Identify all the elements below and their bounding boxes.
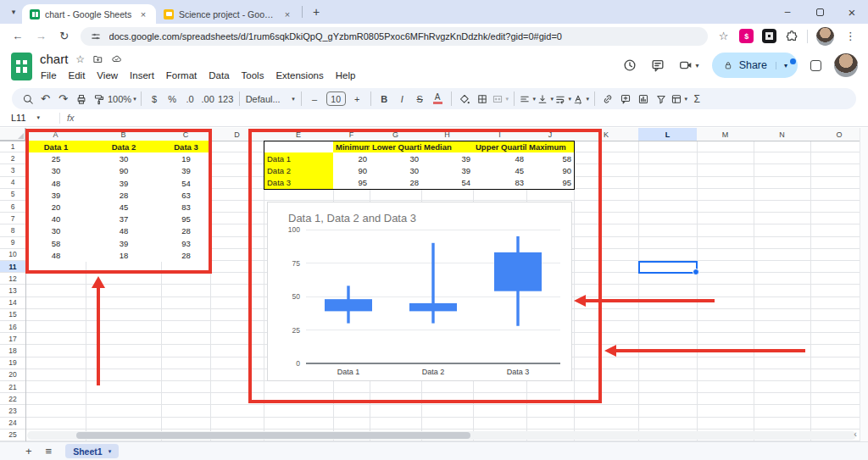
horizontal-align-icon[interactable]	[519, 90, 537, 108]
row-header-18[interactable]: 18	[0, 345, 25, 357]
insert-comment-icon[interactable]	[617, 90, 635, 108]
print-icon[interactable]	[72, 90, 90, 108]
row-header-10[interactable]: 10	[0, 249, 25, 261]
row-header-20[interactable]: 20	[0, 369, 25, 381]
site-settings-icon[interactable]	[90, 30, 102, 42]
star-document-icon[interactable]	[75, 53, 85, 65]
menu-format[interactable]: Format	[160, 69, 203, 82]
vertical-align-icon[interactable]	[537, 90, 554, 108]
column-header-L[interactable]: L	[638, 128, 697, 141]
insert-chart-icon[interactable]	[635, 90, 653, 108]
tab-search-icon[interactable]	[5, 3, 22, 20]
share-button[interactable]: Share	[712, 53, 798, 78]
menu-edit[interactable]: Edit	[63, 69, 92, 82]
redo-icon[interactable]	[54, 90, 72, 108]
row-header-25[interactable]: 25	[0, 430, 25, 441]
row-header-7[interactable]: 7	[0, 213, 25, 224]
document-title[interactable]: chart	[40, 52, 68, 66]
scroll-left-chevron-icon[interactable]	[854, 429, 857, 439]
tab-close-icon[interactable]	[138, 9, 148, 19]
text-wrap-icon[interactable]	[554, 90, 572, 108]
version-history-icon[interactable]	[622, 58, 637, 73]
row-header-24[interactable]: 24	[0, 418, 25, 430]
row-header-3[interactable]: 3	[0, 164, 25, 176]
google-sheets-logo[interactable]	[11, 53, 32, 80]
row-header-6[interactable]: 6	[0, 201, 25, 213]
browser-profile-avatar[interactable]	[816, 27, 834, 46]
meet-video-button[interactable]	[678, 58, 699, 73]
row-header-12[interactable]: 12	[0, 273, 25, 285]
select-all-corner[interactable]	[0, 128, 25, 141]
menu-help[interactable]: Help	[330, 69, 362, 82]
tab-close-icon[interactable]	[282, 9, 292, 19]
row-header-11[interactable]: 11	[0, 261, 25, 273]
format-percent-button[interactable]: %	[164, 90, 181, 108]
bold-button[interactable]: B	[376, 90, 393, 108]
increase-decimal-button[interactable]: .00	[199, 90, 217, 108]
sheet-tab-active[interactable]: Sheet1	[65, 444, 119, 458]
fill-color-icon[interactable]	[456, 90, 474, 108]
close-button[interactable]	[836, 0, 868, 24]
row-header-17[interactable]: 17	[0, 333, 25, 345]
text-color-button[interactable]: A	[429, 90, 447, 108]
menu-file[interactable]: File	[35, 69, 63, 82]
menu-insert[interactable]: Insert	[124, 69, 160, 82]
menu-extensions[interactable]: Extensions	[270, 69, 329, 82]
add-sheet-icon[interactable]	[25, 445, 32, 457]
focus-mode-icon[interactable]	[810, 60, 821, 71]
paint-format-icon[interactable]	[90, 90, 108, 108]
menu-data[interactable]: Data	[203, 69, 235, 82]
italic-button[interactable]: I	[393, 90, 411, 108]
menu-view[interactable]: View	[91, 69, 124, 82]
menu-tools[interactable]: Tools	[236, 69, 270, 82]
format-currency-button[interactable]: $	[146, 90, 164, 108]
borders-icon[interactable]	[474, 90, 492, 108]
column-header-N[interactable]: N	[754, 128, 810, 141]
back-button[interactable]	[10, 30, 25, 42]
extensions-puzzle-icon[interactable]	[785, 29, 799, 43]
reload-button[interactable]	[57, 30, 72, 42]
address-bar[interactable]: docs.google.com/spreadsheets/d/1rum6sqkD…	[81, 27, 708, 46]
comments-icon[interactable]	[650, 58, 665, 73]
minimize-button[interactable]	[771, 0, 804, 24]
browser-tab-active[interactable]: chart - Google Sheets	[22, 4, 156, 24]
row-header-2[interactable]: 2	[0, 152, 25, 164]
row-header-15[interactable]: 15	[0, 309, 25, 321]
row-header-22[interactable]: 22	[0, 393, 25, 405]
row-header-16[interactable]: 16	[0, 321, 25, 333]
more-formats-button[interactable]: 123	[217, 90, 235, 108]
all-sheets-icon[interactable]	[46, 445, 53, 457]
bookmark-star-icon[interactable]	[716, 30, 732, 42]
vertical-scrollbar-track[interactable]	[860, 128, 868, 441]
strikethrough-button[interactable]: S	[411, 90, 429, 108]
row-header-8[interactable]: 8	[0, 224, 25, 236]
font-select[interactable]: Defaul...	[244, 90, 297, 108]
create-filter-icon[interactable]	[653, 90, 670, 108]
row-header-21[interactable]: 21	[0, 381, 25, 393]
sheet-tab-caret[interactable]	[108, 448, 112, 455]
account-avatar[interactable]	[834, 53, 858, 77]
extension-icon-pink[interactable]	[739, 29, 754, 43]
row-header-5[interactable]: 5	[0, 189, 25, 201]
table-views-icon[interactable]	[670, 90, 688, 108]
insert-link-icon[interactable]	[599, 90, 617, 108]
functions-button[interactable]: Σ	[688, 90, 706, 108]
maximize-button[interactable]	[804, 0, 836, 24]
row-header-23[interactable]: 23	[0, 405, 25, 417]
text-rotation-icon[interactable]	[572, 90, 590, 108]
undo-icon[interactable]	[36, 90, 54, 108]
move-to-folder-icon[interactable]	[92, 53, 103, 64]
forward-button[interactable]	[34, 30, 49, 42]
row-header-13[interactable]: 13	[0, 285, 25, 297]
row-header-9[interactable]: 9	[0, 237, 25, 249]
new-tab-button[interactable]	[308, 5, 325, 19]
row-header-4[interactable]: 4	[0, 177, 25, 189]
share-dropdown-caret[interactable]	[776, 62, 795, 69]
name-box[interactable]: L11	[0, 113, 53, 123]
decrease-decimal-button[interactable]: .0	[181, 90, 199, 108]
row-header-1[interactable]: 1	[0, 141, 25, 152]
row-header-19[interactable]: 19	[0, 357, 25, 369]
font-size-input[interactable]: 10	[326, 91, 346, 106]
increase-font-size-button[interactable]	[348, 90, 366, 108]
row-header-14[interactable]: 14	[0, 297, 25, 309]
